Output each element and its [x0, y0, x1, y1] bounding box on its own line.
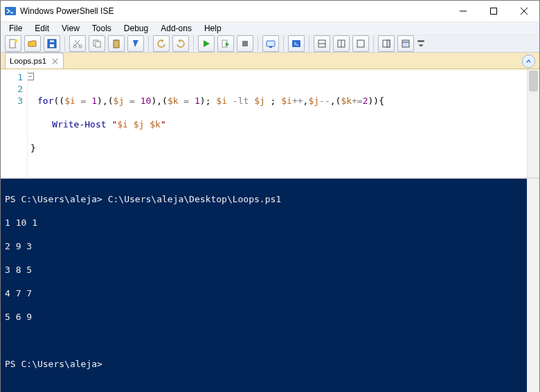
svg-rect-21 — [267, 41, 275, 46]
svg-point-7 — [15, 39, 18, 43]
console-prompt[interactable]: PS C:\Users\aleja> — [5, 358, 523, 370]
editor-vertical-scrollbar[interactable] — [527, 69, 539, 177]
close-tab-button[interactable] — [51, 57, 59, 65]
svg-rect-18 — [115, 39, 118, 41]
console-line: 2 9 3 — [5, 240, 523, 252]
menu-edit[interactable]: Edit — [29, 22, 55, 35]
minimize-button[interactable] — [448, 1, 478, 21]
editor-gutter: 1 2 3 — [1, 69, 28, 177]
svg-rect-29 — [357, 40, 364, 47]
file-tab[interactable]: Loops.ps1 — [5, 53, 64, 69]
svg-rect-34 — [417, 40, 424, 42]
undo-button[interactable] — [153, 35, 170, 52]
menu-view[interactable]: View — [56, 22, 85, 35]
console-line — [5, 335, 523, 346]
save-button[interactable] — [44, 35, 60, 52]
menu-debug[interactable]: Debug — [118, 22, 154, 35]
file-tab-strip: Loops.ps1 — [1, 53, 539, 69]
toolbar-separator — [193, 36, 194, 51]
console-output[interactable]: PS C:\Users\aleja> C:\Users\aleja\Deskto… — [1, 179, 527, 392]
start-powershell-button[interactable] — [288, 35, 305, 52]
run-script-button[interactable] — [198, 35, 215, 52]
menu-addons[interactable]: Add-ons — [155, 22, 197, 35]
app-window: Windows PowerShell ISE File Edit View To… — [0, 0, 540, 392]
menu-file[interactable]: File — [3, 22, 28, 35]
show-command-addon-button[interactable] — [378, 35, 395, 52]
console-line: PS C:\Users\aleja> C:\Users\aleja\Deskto… — [5, 193, 523, 205]
menu-help[interactable]: Help — [199, 22, 227, 35]
show-script-pane-top-button[interactable] — [314, 35, 330, 52]
console-line: 3 8 5 — [5, 264, 523, 276]
console-line: 4 7 7 — [5, 287, 523, 299]
window-title: Windows PowerShell ISE — [20, 6, 114, 16]
toolbar-separator — [64, 36, 65, 51]
console-line: 1 10 1 — [5, 217, 523, 229]
show-script-pane-max-button[interactable] — [352, 35, 369, 52]
titlebar: Windows PowerShell ISE — [1, 1, 539, 21]
file-tab-label: Loops.ps1 — [10, 57, 46, 65]
toolbar — [1, 35, 539, 53]
fold-toggle-icon[interactable]: − — [28, 73, 34, 80]
app-icon — [5, 6, 16, 17]
svg-point-14 — [79, 45, 82, 48]
console-line: 5 6 9 — [5, 311, 523, 323]
clear-console-button[interactable] — [127, 35, 144, 52]
redo-button[interactable] — [172, 35, 189, 52]
console-vertical-scrollbar[interactable] — [527, 179, 539, 392]
paste-button[interactable] — [108, 35, 125, 52]
svg-rect-9 — [50, 44, 54, 47]
line-number: 2 — [1, 83, 23, 95]
show-command-window-button[interactable] — [397, 35, 414, 52]
svg-rect-17 — [114, 40, 119, 48]
cut-button[interactable] — [69, 35, 86, 52]
collapse-script-pane-button[interactable] — [522, 55, 535, 68]
maximize-button[interactable] — [478, 1, 509, 21]
svg-rect-22 — [269, 46, 272, 48]
console-pane: PS C:\Users\aleja> C:\Users\aleja\Deskto… — [1, 179, 539, 392]
svg-rect-10 — [50, 40, 54, 42]
new-remote-tab-button[interactable] — [262, 35, 279, 52]
svg-rect-16 — [96, 42, 100, 47]
toolbar-separator — [148, 36, 149, 51]
toolbar-separator — [258, 36, 258, 51]
copy-button[interactable] — [89, 35, 105, 52]
script-editor[interactable]: 1 2 3 − for(($i = 1),($j = 10),($k = 1);… — [1, 69, 539, 178]
show-script-pane-right-button[interactable] — [333, 35, 350, 52]
svg-rect-3 — [491, 8, 497, 15]
new-file-button[interactable] — [5, 35, 21, 52]
toolbar-overflow-button[interactable] — [417, 36, 425, 51]
menu-tools[interactable]: Tools — [87, 22, 117, 35]
svg-rect-31 — [387, 40, 390, 47]
line-number: 3 — [1, 95, 23, 107]
run-selection-button[interactable] — [217, 35, 234, 52]
toolbar-separator — [309, 36, 309, 51]
stop-button[interactable] — [237, 35, 253, 52]
toolbar-separator — [283, 36, 284, 51]
line-number: 1 — [1, 71, 23, 83]
toolbar-separator — [373, 36, 374, 51]
svg-rect-32 — [402, 40, 409, 47]
editor-content[interactable]: − for(($i = 1),($j = 10),($k = 1); $i -l… — [28, 69, 527, 177]
menubar: File Edit View Tools Debug Add-ons Help — [1, 21, 539, 35]
svg-rect-20 — [242, 41, 248, 46]
close-button[interactable] — [509, 1, 539, 21]
open-file-button[interactable] — [24, 35, 41, 52]
